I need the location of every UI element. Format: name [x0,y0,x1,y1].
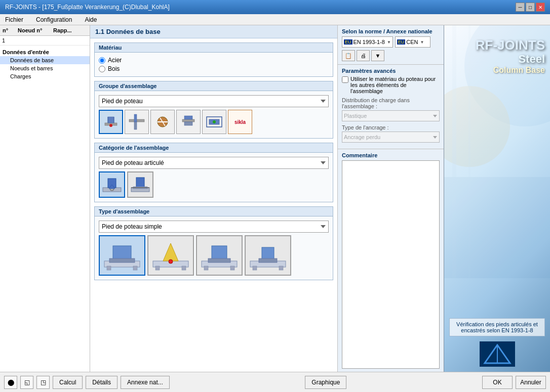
bottom-icon-3[interactable]: ◳ [36,376,50,389]
norm-dropdown-norm[interactable]: EU EN 1993-1-8 ▼ [342,36,393,48]
checkbox-materiau-label: Utiliser le matériau du poteau pour les … [350,76,440,94]
params-panel: Selon la norme / Annexe nationale EU EN … [337,25,444,372]
norm-tool-2[interactable]: 🖨 [357,50,370,61]
type-assemblage-body: Pied de poteau simple Pied de poteau com… [95,216,333,280]
categorie-assemblage-header: Catégorie de l'assemblage [95,143,333,153]
top-right-row: Selon la norme / Annexe nationale EU EN … [337,25,550,372]
groupe-icon-5-svg [204,112,224,132]
title-bar: RF-JOINTS - [175_Fußplatte Verankerung_(… [0,0,550,14]
checkbox-materiau: Utiliser le matériau du poteau pour les … [342,76,440,94]
annexe-button[interactable]: Annexe nat... [121,376,170,389]
menu-fichier[interactable]: Fichier [3,15,26,24]
type-icon-3[interactable] [196,235,243,276]
svg-point-12 [213,120,216,123]
type-icon-4[interactable] [245,235,291,276]
details-button[interactable]: Détails [86,376,117,389]
calcul-button[interactable]: Calcul [53,376,83,389]
bottom-icon-1[interactable]: ⬤ [4,376,17,389]
svg-rect-25 [133,266,137,270]
distribution-label: Distribution de charge dans l'assemblage… [342,97,440,109]
groupe-icon-grid: sikla [99,110,329,134]
tree-donnees-entree: Données d'entrée [0,48,90,56]
groupe-icon-2[interactable] [125,110,149,134]
checkbox-materiau-input[interactable] [342,76,348,83]
ancrage-label: Type de l'ancrage : [342,124,440,130]
cen-flag: EU [397,39,406,45]
groupe-icon-sikla[interactable]: sikla [228,110,252,134]
norm-label: Selon la norme / Annexe nationale [342,28,440,34]
row-n: 1 [2,37,17,44]
splash-subtitle: Column Base [476,66,545,75]
svg-rect-7 [182,119,194,122]
cen-dropdown-arrow: ▼ [420,40,424,45]
radio-bois-input[interactable] [99,66,105,72]
norm-tool-filter[interactable]: ▼ [371,50,384,61]
main-container: n° Noeud n° Rapp... 1 Données d'entrée D… [0,25,550,372]
row-rapp [52,37,88,44]
radio-acier-input[interactable] [99,57,105,64]
maximize-button[interactable]: □ [526,3,535,12]
type-assemblage-section: Type d'assemblage Pied de poteau simple … [94,206,333,280]
sidebar-data-row: 1 [0,36,90,46]
row-noeud [17,37,52,44]
sikla-label: sikla [234,119,246,125]
type-assemblage-select[interactable]: Pied de poteau simple Pied de poteau com… [99,221,329,233]
comment-label: Commentaire [342,152,440,158]
categorie-assemblage-select[interactable]: Pied de poteau articulé Pied de poteau e… [99,157,329,169]
groupe-icon-3[interactable] [150,110,175,134]
sidebar-item-charges[interactable]: Charges [0,72,90,80]
materiau-header: Matériau [95,43,333,53]
bottom-icon-2[interactable]: ◱ [20,376,33,389]
sidebar-item-noeuds-barres[interactable]: Noeuds et barres [0,64,90,72]
annuler-button[interactable]: Annuler [516,376,546,389]
col-n: n° [2,26,17,34]
categorie-icon-articule[interactable] [99,171,125,198]
svg-rect-30 [182,266,186,270]
splash-title-steel: Steel [476,53,545,66]
svg-rect-1 [108,117,114,123]
type-3-svg [199,238,240,273]
radio-acier[interactable]: Acier [99,57,329,64]
minimize-button[interactable]: ─ [516,3,525,12]
splash-title-rf-joints: RF-JOINTS [476,38,545,53]
advanced-label: Paramètres avancés [342,68,440,74]
window-title: RF-JOINTS - [175_Fußplatte Verankerung_(… [5,4,170,11]
categorie-assemblage-section: Catégorie de l'assemblage Pied de poteau… [94,143,333,202]
menu-aide[interactable]: Aide [82,15,99,24]
sidebar-item-donnees-base[interactable]: Données de base [0,56,90,64]
radio-bois[interactable]: Bois [99,65,329,72]
norm-dropdown-cen[interactable]: EU CEN ▼ [395,36,430,48]
close-button[interactable]: ✕ [536,3,545,12]
type-4-svg [248,238,288,273]
comment-textarea[interactable] [342,160,440,369]
type-icon-2[interactable] [147,235,194,276]
groupe-icon-1[interactable] [99,110,123,134]
comment-section: Commentaire [338,149,444,372]
groupe-icon-5[interactable] [202,110,226,134]
categorie-icon-row [99,171,329,198]
svg-rect-5 [134,122,137,129]
splash-title-container: RF-JOINTS Steel Column Base [476,38,545,75]
type-icon-1[interactable] [99,235,145,276]
right-container: Selon la norme / Annexe nationale EU EN … [337,25,550,372]
groupe-icon-4[interactable] [176,110,201,134]
norm-tool-1[interactable]: 📋 [342,50,355,61]
svg-rect-38 [259,258,277,263]
materiau-body: Acier Bois [95,53,333,76]
menu-configuration[interactable]: Configuration [33,15,74,24]
distribution-select: Plastique [342,110,440,121]
col-noeud: Noeud n° [17,26,52,34]
svg-marker-27 [163,243,178,261]
graphique-button[interactable]: Graphique [305,376,346,389]
type-assemblage-header: Type d'assemblage [95,207,333,216]
norm-dropdown-arrow: ▼ [387,40,391,45]
groupe-icon-2-svg [127,112,147,132]
categorie-icon-encastre[interactable] [127,171,153,198]
advanced-section: Paramètres avancés Utiliser le matériau … [338,65,444,149]
sidebar-header: n° Noeud n° Rapp... [0,25,90,36]
groupe-assemblage-select[interactable]: Pied de poteau Poutre-poteau Poutre-pout… [99,95,329,107]
cen-value: CEN [406,39,418,45]
categorie-assemblage-body: Pied de poteau articulé Pied de poteau e… [95,153,333,202]
svg-rect-8 [184,116,192,119]
ok-button[interactable]: OK [482,376,513,389]
